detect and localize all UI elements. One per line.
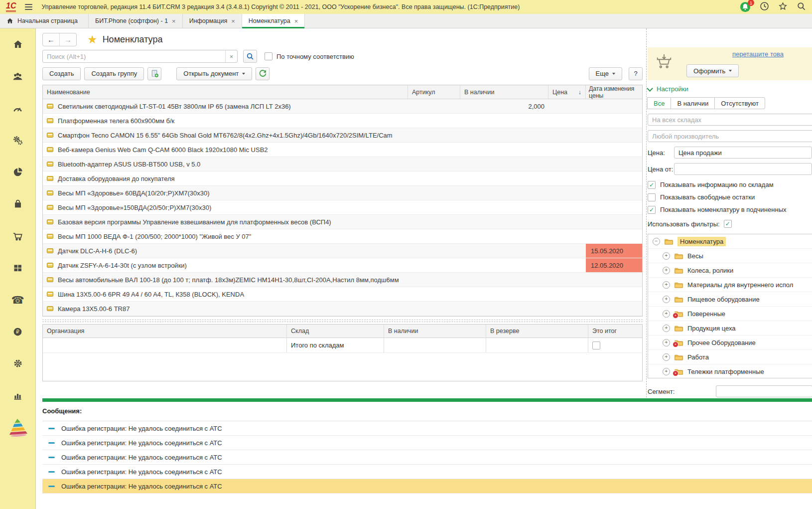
tree-item[interactable]: + × Весы xyxy=(648,249,812,263)
tree-item[interactable]: − × Номенклатура xyxy=(648,234,812,249)
table-row[interactable]: Светильник светодиодный LT-ST-01 45Вт 38… xyxy=(43,99,642,114)
table-row[interactable]: Базовая версия программы Управление взве… xyxy=(43,215,642,229)
open-document-button[interactable]: Открыть документ xyxy=(176,67,252,80)
checkout-button[interactable]: Оформить xyxy=(686,64,739,77)
more-button[interactable]: Еще xyxy=(589,67,622,80)
clear-search-icon[interactable]: × xyxy=(225,50,237,62)
column-in-stock[interactable]: В наличии xyxy=(384,325,486,338)
table-row[interactable]: Датчик ZSFY-A-6-14-30t (с узлом встройки… xyxy=(43,258,642,273)
bit-pyramid-logo[interactable] xyxy=(0,411,35,443)
drag-items-link[interactable]: перетащите това xyxy=(732,50,784,58)
notifications-bell-icon[interactable]: 1 xyxy=(740,1,751,12)
price-from-input[interactable] xyxy=(674,163,812,175)
expand-toggle-icon[interactable]: + xyxy=(663,368,670,375)
table-row[interactable]: Платформенная телега 600x900мм б/к xyxy=(43,114,642,128)
column-sku[interactable]: Артикул xyxy=(408,85,460,99)
settings-toggle[interactable]: Настройки xyxy=(648,85,812,93)
option-checkbox[interactable] xyxy=(648,193,656,201)
exact-match-checkbox[interactable] xyxy=(265,52,272,60)
expand-toggle-icon[interactable]: + xyxy=(663,325,670,332)
tree-item[interactable]: + × Тележки платформенные xyxy=(648,364,812,378)
services-gears-icon[interactable] xyxy=(0,124,35,156)
message-row[interactable]: Ошибка регистрации: Не удалось соединить… xyxy=(42,479,812,494)
tree-item[interactable]: + × Работа xyxy=(648,350,812,364)
option-checkbox[interactable] xyxy=(648,206,656,214)
tree-item[interactable]: + × Материалы для внутреннего испол xyxy=(648,278,812,292)
search-input[interactable] xyxy=(43,50,225,62)
sales-cart-icon[interactable] xyxy=(0,220,35,252)
option-row[interactable]: Показывать свободные остатки xyxy=(648,191,812,203)
tab[interactable]: Информация × xyxy=(183,14,242,28)
main-menu-icon[interactable] xyxy=(25,2,32,11)
is-total-checkbox[interactable] xyxy=(592,341,600,349)
expand-toggle-icon[interactable]: + xyxy=(663,267,670,274)
table-row[interactable]: Смартфон Tecno CAMON 15 6.55" 64Gb Shoal… xyxy=(43,128,642,143)
help-button[interactable]: ? xyxy=(629,67,643,80)
finance-ruble-icon[interactable]: ₽ xyxy=(0,316,35,347)
analytics-pie-icon[interactable] xyxy=(0,156,35,188)
tab[interactable]: БИТ.Phone (софтфон) - 1 × xyxy=(89,14,183,28)
expand-toggle-icon[interactable]: + xyxy=(663,339,670,346)
segment-button[interactable]: В наличии xyxy=(671,97,715,109)
settings-gear-icon[interactable] xyxy=(0,347,35,379)
column-price[interactable]: Цена ↓ xyxy=(548,85,586,99)
dashboard-gauge-icon[interactable] xyxy=(0,92,35,124)
search-icon[interactable] xyxy=(797,1,806,12)
clients-people-icon[interactable] xyxy=(0,60,35,92)
segment-input[interactable] xyxy=(716,385,812,397)
tree-item[interactable]: + × Колеса, ролики xyxy=(648,263,812,278)
message-row[interactable]: Ошибка регистрации: Не удалось соединить… xyxy=(42,436,812,450)
order-drop-area[interactable]: перетащите това Оформить xyxy=(648,47,812,80)
column-stock[interactable]: В наличии xyxy=(460,85,548,99)
favorites-star-icon[interactable] xyxy=(778,1,788,12)
horizontal-splitter[interactable] xyxy=(42,320,643,322)
use-filters-checkbox[interactable] xyxy=(724,220,732,228)
tab[interactable]: Номенклатура × xyxy=(242,14,305,28)
table-row[interactable]: Весы МП «Здоровье»150ВДА(20/50г;Р)ХМ7(30… xyxy=(43,200,642,215)
back-button[interactable]: ← xyxy=(43,33,59,46)
vertical-splitter[interactable] xyxy=(646,28,647,397)
favorite-star-icon[interactable]: ★ xyxy=(87,34,98,45)
price-type-input[interactable] xyxy=(674,147,812,159)
refresh-button[interactable] xyxy=(256,67,270,80)
history-clock-icon[interactable] xyxy=(760,1,769,12)
option-row[interactable]: Показывать номенклатуру в подчиненных xyxy=(648,203,812,216)
expand-toggle-icon[interactable]: + xyxy=(663,252,670,260)
table-row[interactable]: Веб-камера Genius Web Cam Q-CAM 6000 Bla… xyxy=(43,143,642,157)
expand-toggle-icon[interactable]: − xyxy=(653,238,660,245)
expand-toggle-icon[interactable]: + xyxy=(663,310,670,318)
reports-chart-icon[interactable] xyxy=(0,379,35,411)
warehouse-filter-input[interactable] xyxy=(648,114,812,126)
option-checkbox[interactable] xyxy=(648,181,656,189)
search-button[interactable] xyxy=(243,50,257,63)
message-row[interactable]: Ошибка регистрации: Не удалось соединить… xyxy=(42,465,812,479)
close-icon[interactable]: × xyxy=(231,17,235,25)
column-warehouse[interactable]: Склад xyxy=(287,325,384,338)
table-row[interactable]: Весы МП «Здоровье» 60ВДА(10/20г;Р)ХМ7(30… xyxy=(43,186,642,200)
table-row[interactable]: Bluetooth-адаптер ASUS USB-BT500 USB, v … xyxy=(43,157,642,171)
column-reserved[interactable]: В резерве xyxy=(486,325,588,338)
column-price-date[interactable]: Дата изменения цены xyxy=(586,85,642,99)
tree-item[interactable]: + × Поверенные xyxy=(648,307,812,321)
create-group-button[interactable]: Создать группу xyxy=(84,67,144,80)
expand-toggle-icon[interactable]: + xyxy=(663,353,670,361)
column-organization[interactable]: Организация xyxy=(43,325,287,338)
table-row[interactable]: Камера 13Х5.00-6 TR87 xyxy=(43,302,642,316)
option-row[interactable]: Показывать информацию по складам xyxy=(648,178,812,191)
tree-item[interactable]: + × Пищевое оборудование xyxy=(648,292,812,307)
column-is-total[interactable]: Это итог xyxy=(588,325,642,338)
forward-button[interactable]: → xyxy=(59,33,76,46)
message-row[interactable]: Ошибка регистрации: Не удалось соединить… xyxy=(42,450,812,465)
segment-button[interactable]: Отсутствуют xyxy=(714,97,765,109)
table-row[interactable]: Весы автомобильные ВАЛ 100-18 (до 100 т;… xyxy=(43,273,642,287)
table-row[interactable]: Доставка оборудования до покупателя xyxy=(43,171,642,186)
close-icon[interactable]: × xyxy=(294,17,298,25)
table-row[interactable]: Шина 13Х5.00-6 6PR 49 A4 / 60 A4, TL, К3… xyxy=(43,287,642,302)
copy-item-button[interactable] xyxy=(147,67,161,80)
stock-total-row[interactable]: Итого по складам xyxy=(43,338,642,353)
tree-item[interactable]: + × Продукция цеха xyxy=(648,321,812,336)
message-row[interactable]: Ошибка регистрации: Не удалось соединить… xyxy=(42,421,812,436)
warehouse-grid-icon[interactable] xyxy=(0,252,35,284)
phone-icon[interactable]: ☎ xyxy=(0,284,35,316)
manufacturer-filter-input[interactable] xyxy=(648,130,812,142)
